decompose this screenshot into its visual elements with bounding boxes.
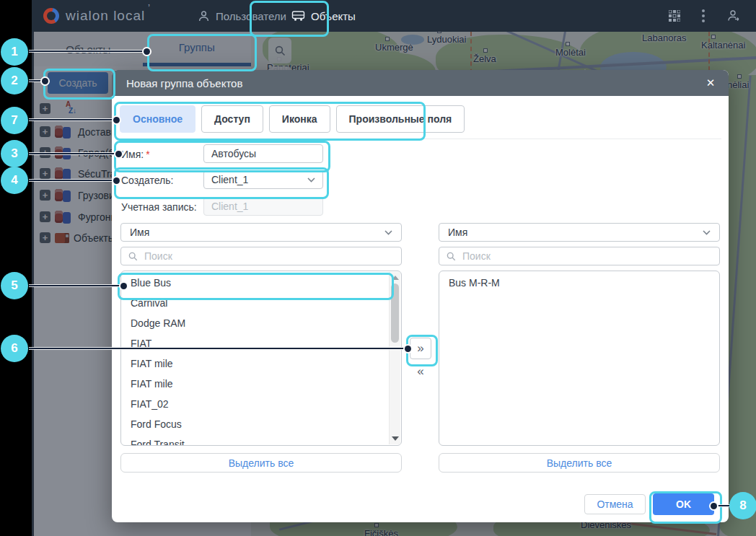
callout-dot-7 [113,117,120,123]
wialon-logo-icon [43,8,59,24]
list-item[interactable]: FIAT mile [121,374,401,394]
dialog-tabs: Основное Доступ Иконка Произвольные поля [120,105,465,133]
callout-dot-2 [42,78,48,84]
callout-badge-7: 7 [1,107,28,134]
right-select-all-button[interactable]: Выделить все [439,453,720,473]
menu-users[interactable]: Пользователи [198,0,286,32]
callout-dot-8 [711,503,717,509]
callout-badge-1: 1 [1,38,28,66]
left-select-all-button[interactable]: Выделить все [120,453,402,473]
menu-units-label: Объекты [311,10,356,22]
list-item[interactable]: Bus M-R-M [439,273,719,293]
available-units-list[interactable]: Blue Bus Carnival Dodge RAM FIAT FIAT mi… [120,271,402,446]
callout-badge-2: 2 [1,67,28,95]
left-column-value: Имя [130,227,149,238]
topbar-right-icons [669,0,740,32]
scrollbar[interactable] [389,272,400,444]
tab-icon[interactable]: Иконка [269,105,330,133]
right-search[interactable] [439,247,720,265]
menu-users-label: Пользователи [216,10,286,22]
tab-custom-fields[interactable]: Произвольные поля [336,105,465,133]
chevron-down-icon [384,230,392,235]
account-field [203,197,323,216]
list-item[interactable]: Ford Focus [121,414,401,434]
right-column-value: Имя [448,227,467,238]
app-screen: Panoteriai Ukmergė Lyduokiai Želva Molėt… [0,0,756,536]
callout-line-3 [29,153,118,154]
topbar: wialon local Пользователи Объекты [32,0,756,32]
name-field[interactable] [203,144,323,163]
tabs-divider [119,139,721,139]
list-item[interactable]: Blue Bus [121,273,401,293]
search-icon [447,252,456,261]
dialog-title: Новая группа объектов [112,77,242,89]
callout-badge-3: 3 [1,140,28,167]
left-search[interactable] [120,247,402,265]
search-icon [128,252,138,261]
scroll-down-icon[interactable] [392,436,399,441]
scrollbar-thumb[interactable] [391,284,399,343]
bus-icon [291,10,305,22]
callout-line-1 [29,50,146,52]
list-item[interactable]: Dodge RAM [121,313,401,333]
creator-select[interactable]: Client_1 [203,170,323,189]
callout-dot-3 [115,151,122,157]
logo-text: wialon local [66,8,145,24]
callout-line-6 [29,348,408,349]
creator-value: Client_1 [211,174,248,185]
menu-units[interactable]: Объекты [291,0,356,32]
list-item[interactable]: FIAT_02 [121,394,401,414]
list-item[interactable]: FIAT mile [121,353,401,374]
ok-button[interactable]: OK [653,493,714,515]
callout-badge-5: 5 [1,272,28,299]
close-icon[interactable]: ✕ [703,75,718,91]
dialog-header: Новая группа объектов ✕ [112,70,729,96]
app-logo: wialon local [43,0,145,32]
right-search-input[interactable] [461,250,712,263]
left-column-select[interactable]: Имя [120,223,402,242]
kebab-menu-icon[interactable] [702,14,705,17]
right-column-select[interactable]: Имя [439,223,720,242]
callout-dot-6 [405,346,411,352]
callout-dot-1 [144,48,150,55]
callout-badge-6: 6 [1,335,28,362]
callout-badge-4: 4 [1,167,28,194]
scroll-up-icon[interactable] [392,276,399,280]
move-left-button[interactable]: « [411,364,430,379]
callout-line-5 [29,285,123,286]
cancel-button[interactable]: Отмена [584,494,646,514]
tab-general[interactable]: Основное [120,105,195,133]
callout-dot-5 [120,283,127,289]
move-right-button[interactable]: » [410,338,431,359]
callout-line-7 [29,119,116,120]
callout-dot-4 [113,177,120,184]
apps-grid-icon[interactable] [669,10,680,22]
account-label: Учетная запись: [121,197,197,217]
list-item[interactable]: FIAT [121,333,401,353]
name-label: Имя:* [121,144,150,164]
user-logout-icon[interactable] [726,9,740,22]
tab-access[interactable]: Доступ [201,105,263,133]
list-item[interactable]: Ford Transit [121,434,401,446]
selected-units-list[interactable]: Bus M-R-M [439,271,720,446]
list-item[interactable]: Carnival [121,293,401,313]
required-mark: * [146,149,149,160]
new-unit-group-dialog: Новая группа объектов ✕ Основное Доступ … [112,70,729,522]
user-icon [198,10,210,22]
left-search-input[interactable] [143,250,394,263]
chevron-down-icon [307,177,315,183]
creator-label: Создатель: [121,170,173,190]
chevron-down-icon [703,230,711,235]
callout-line-4 [29,180,116,181]
callout-badge-8: 8 [729,492,756,519]
